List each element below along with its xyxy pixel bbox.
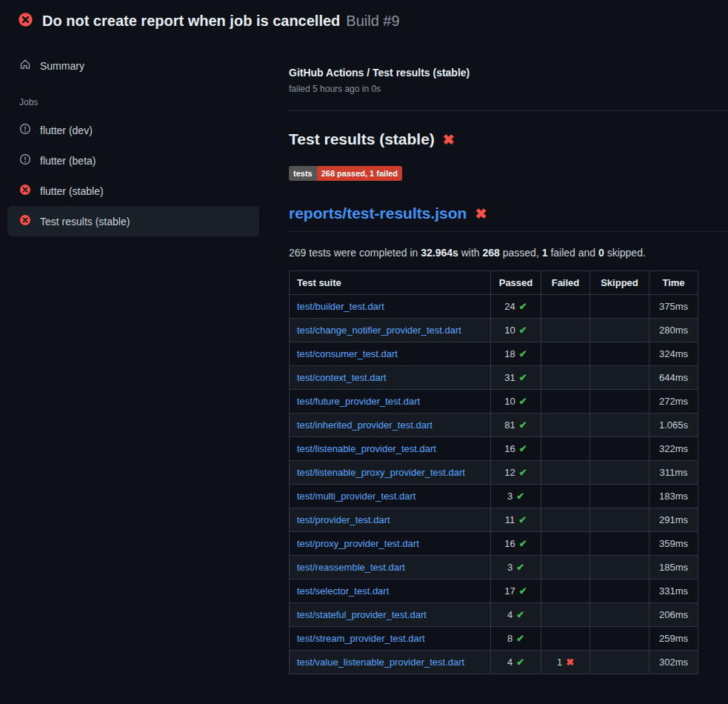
test-suite-link[interactable]: test/multi_provider_test.dart: [297, 491, 415, 502]
check-icon: ✔: [519, 396, 527, 407]
failed-cell: [541, 437, 590, 461]
suite-cell: test/stream_provider_test.dart: [290, 627, 491, 651]
table-row: test/change_notifier_provider_test.dart1…: [290, 319, 698, 342]
sidebar-summary-label: Summary: [40, 60, 84, 72]
summary-skipped-count: 0: [598, 247, 604, 259]
failed-cell: [541, 556, 590, 580]
skipped-cell: [590, 508, 649, 532]
report-heading: reports/test-results.json ✖: [289, 205, 728, 232]
x-icon: ✖: [475, 207, 487, 221]
test-suite-link[interactable]: test/value_listenable_provider_test.dart: [297, 657, 464, 668]
tests-badge: tests 268 passed, 1 failed: [289, 166, 402, 181]
sidebar-item-flutter-beta[interactable]: flutter (beta): [7, 145, 259, 176]
count-value: 1: [557, 657, 562, 668]
summary-suffix: skipped.: [604, 247, 646, 259]
badge-label: tests: [289, 166, 317, 181]
column-header-time: Time: [649, 271, 698, 295]
summary-mid1: with: [458, 247, 483, 259]
suite-cell: test/stateful_provider_test.dart: [290, 603, 491, 627]
exclamation-circle-icon: [19, 123, 31, 137]
failed-cell: [541, 366, 590, 390]
passed-cell: 16✔: [491, 437, 541, 461]
test-suite-link[interactable]: test/change_notifier_provider_test.dart: [297, 325, 461, 336]
passed-cell: 31✔: [491, 366, 541, 390]
skipped-cell: [590, 319, 649, 342]
passed-cell: 18✔: [491, 342, 541, 366]
time-cell: 331ms: [649, 580, 698, 603]
table-row: test/listenable_provider_test.dart16✔322…: [290, 437, 698, 461]
suite-cell: test/consumer_test.dart: [290, 342, 491, 366]
failed-cell: [541, 580, 590, 603]
skipped-cell: [590, 532, 649, 556]
badge-value: 268 passed, 1 failed: [317, 166, 402, 181]
app-root: Do not create report when job is cancell…: [0, 0, 728, 674]
failed-cell: [541, 319, 590, 342]
test-suite-link[interactable]: test/reassemble_test.dart: [297, 562, 405, 573]
suite-cell: test/change_notifier_provider_test.dart: [290, 319, 491, 342]
failed-cell: [541, 414, 590, 437]
time-cell: 272ms: [649, 390, 698, 414]
failed-cell: [541, 508, 590, 532]
test-suite-link[interactable]: test/listenable_provider_test.dart: [297, 443, 436, 454]
failed-cell: [541, 342, 590, 366]
time-cell: 324ms: [649, 342, 698, 366]
time-cell: 291ms: [649, 508, 698, 532]
skipped-cell: [590, 485, 649, 508]
passed-cell: 17✔: [491, 580, 541, 603]
test-suite-link[interactable]: test/inherited_provider_test.dart: [297, 419, 433, 431]
section-title: Test results (stable) ✖: [289, 130, 728, 148]
test-suite-link[interactable]: test/consumer_test.dart: [297, 348, 398, 359]
skipped-cell: [590, 556, 649, 580]
sidebar-item-flutter-dev[interactable]: flutter (dev): [7, 115, 259, 145]
skipped-cell: [590, 603, 649, 627]
suite-cell: test/listenable_provider_test.dart: [290, 437, 491, 461]
sidebar: Summary Jobs flutter (dev): [0, 37, 289, 236]
test-suite-link[interactable]: test/context_test.dart: [297, 372, 387, 383]
skipped-cell: [590, 461, 649, 485]
time-cell: 259ms: [649, 627, 698, 651]
skipped-cell: [590, 366, 649, 390]
column-header-passed: Passed: [491, 271, 541, 295]
test-suite-link[interactable]: test/listenable_proxy_provider_test.dart: [297, 467, 465, 478]
check-icon: ✔: [519, 372, 527, 383]
test-suite-link[interactable]: test/builder_test.dart: [297, 301, 384, 312]
layout: Summary Jobs flutter (dev): [0, 37, 728, 674]
check-icon: ✔: [519, 443, 527, 454]
passed-cell: 3✔: [491, 485, 541, 508]
check-icon: ✔: [519, 538, 527, 549]
check-icon: ✔: [516, 491, 524, 502]
sidebar-item-test-results-stable[interactable]: Test results (stable): [7, 206, 259, 236]
test-suite-link[interactable]: test/provider_test.dart: [297, 514, 390, 525]
count-value: 18: [504, 348, 515, 359]
test-suite-link[interactable]: test/future_provider_test.dart: [297, 396, 420, 407]
count-value: 4: [507, 609, 512, 620]
build-number: Build #9: [346, 13, 399, 30]
suite-cell: test/listenable_proxy_provider_test.dart: [290, 461, 491, 485]
count-value: 17: [504, 585, 515, 597]
time-cell: 311ms: [649, 461, 698, 485]
passed-cell: 10✔: [491, 319, 541, 342]
test-suite-link[interactable]: test/selector_test.dart: [297, 585, 389, 597]
sidebar-item-flutter-stable[interactable]: flutter (stable): [7, 176, 259, 206]
check-icon: ✔: [516, 633, 524, 644]
table-row: test/context_test.dart31✔644ms: [290, 366, 698, 390]
check-icon: ✔: [518, 514, 527, 525]
count-value: 16: [504, 443, 515, 454]
passed-cell: 8✔: [491, 627, 541, 651]
summary-prefix: 269 tests were completed in: [289, 247, 421, 259]
count-value: 11: [505, 514, 515, 525]
sidebar-item-summary[interactable]: Summary: [7, 50, 259, 81]
count-value: 12: [504, 467, 515, 478]
test-suite-link[interactable]: test/proxy_provider_test.dart: [297, 538, 419, 549]
count-value: 3: [507, 562, 512, 573]
header: Do not create report when job is cancell…: [0, 0, 728, 37]
failed-cell: [541, 532, 590, 556]
check-icon: ✔: [519, 585, 527, 597]
test-suite-link[interactable]: test/stateful_provider_test.dart: [297, 609, 427, 620]
failed-cell: [541, 485, 590, 508]
table-row: test/inherited_provider_test.dart81✔1.06…: [290, 414, 698, 437]
count-value: 10: [504, 396, 515, 407]
x-circle-icon: [19, 214, 31, 228]
test-suite-link[interactable]: test/stream_provider_test.dart: [297, 633, 425, 644]
report-link[interactable]: reports/test-results.json: [289, 205, 467, 222]
